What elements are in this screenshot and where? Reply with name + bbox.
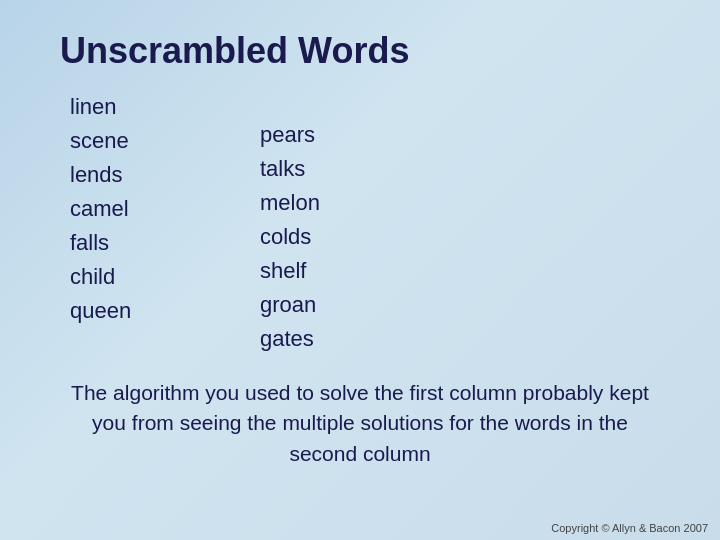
- list-item: queen: [70, 294, 200, 328]
- list-item: colds: [260, 220, 390, 254]
- left-column: linenscenelendscamelfallschildqueen: [70, 90, 200, 356]
- list-item: talks: [260, 152, 390, 186]
- description-text: The algorithm you used to solve the firs…: [60, 378, 660, 469]
- list-item: lends: [70, 158, 200, 192]
- list-item: camel: [70, 192, 200, 226]
- list-item: pears: [260, 118, 390, 152]
- list-item: falls: [70, 226, 200, 260]
- slide: Unscrambled Words linenscenelendscamelfa…: [0, 0, 720, 540]
- list-item: melon: [260, 186, 390, 220]
- list-item: groan: [260, 288, 390, 322]
- list-item: child: [70, 260, 200, 294]
- list-item: scene: [70, 124, 200, 158]
- page-title: Unscrambled Words: [60, 30, 660, 72]
- right-column: pearstalksmeloncoldsshelfgroangates: [260, 118, 390, 356]
- list-item: gates: [260, 322, 390, 356]
- list-item: shelf: [260, 254, 390, 288]
- list-item: linen: [70, 90, 200, 124]
- copyright-text: Copyright © Allyn & Bacon 2007: [551, 522, 708, 534]
- words-container: linenscenelendscamelfallschildqueen pear…: [70, 90, 660, 356]
